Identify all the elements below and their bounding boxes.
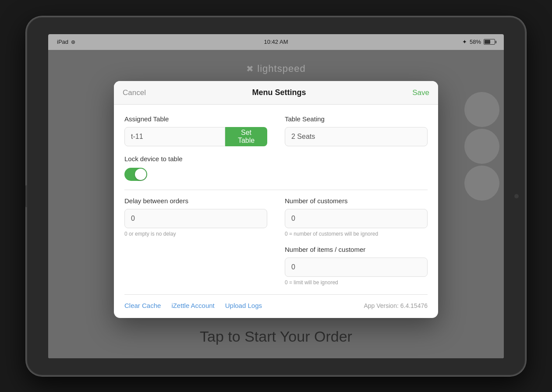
delay-orders-hint: 0 or empty is no delay <box>124 231 267 237</box>
modal-body: Assigned Table Set Table Table Seating 2… <box>114 105 438 286</box>
menu-settings-modal: Cancel Menu Settings Save Assigned Table <box>114 81 438 318</box>
lock-device-toggle-container <box>124 168 147 181</box>
modal-overlay: Cancel Menu Settings Save Assigned Table <box>48 50 504 358</box>
set-table-button[interactable]: Set Table <box>225 127 267 146</box>
app-background: ✖ lightspeed Tap to Start Your Order Can… <box>48 50 504 358</box>
delay-orders-col: Delay between orders 0 or empty is no de… <box>124 197 267 237</box>
items-per-customer-col: Number of items / customer 0 = limit wil… <box>285 246 428 286</box>
wifi-icon: ⊛ <box>71 39 75 45</box>
ipad-frame: iPad ⊛ 10:42 AM ✦ 58% ✖ lightspeed <box>26 17 526 376</box>
spacer-col <box>124 246 267 286</box>
status-left: iPad ⊛ <box>57 39 75 45</box>
table-seating-value: 2 Seats <box>285 127 428 146</box>
num-customers-label: Number of customers <box>285 197 428 205</box>
items-per-customer-label: Number of items / customer <box>285 246 428 253</box>
items-per-customer-input[interactable] <box>285 258 428 277</box>
battery-icon <box>484 39 495 45</box>
orders-customers-row: Delay between orders 0 or empty is no de… <box>124 197 428 237</box>
lock-device-section: Lock device to table <box>124 155 428 183</box>
battery-percent: 58% <box>470 39 481 45</box>
footer-links: Clear Cache iZettle Account Upload Logs … <box>124 302 428 309</box>
status-right: ✦ 58% <box>462 39 495 45</box>
items-per-customer-row: Number of items / customer 0 = limit wil… <box>124 246 428 286</box>
table-seating-col: Table Seating 2 Seats <box>285 115 428 146</box>
num-customers-hint: 0 = number of customers will be ignored <box>285 231 428 237</box>
num-customers-input[interactable] <box>285 209 428 228</box>
modal-title: Menu Settings <box>252 88 306 97</box>
cancel-button[interactable]: Cancel <box>123 88 146 97</box>
lock-device-toggle[interactable] <box>124 168 147 181</box>
footer-links-left: Clear Cache iZettle Account Upload Logs <box>124 302 262 309</box>
assigned-table-label: Assigned Table <box>124 115 267 123</box>
footer-divider <box>124 294 428 295</box>
delay-orders-label: Delay between orders <box>124 197 267 205</box>
num-customers-col: Number of customers 0 = number of custom… <box>285 197 428 237</box>
modal-footer: Clear Cache iZettle Account Upload Logs … <box>114 294 438 318</box>
lock-device-label: Lock device to table <box>124 155 428 162</box>
table-seating-label: Table Seating <box>285 115 428 123</box>
izettle-account-link[interactable]: iZettle Account <box>171 302 214 309</box>
upload-logs-link[interactable]: Upload Logs <box>225 302 262 309</box>
clear-cache-link[interactable]: Clear Cache <box>124 302 161 309</box>
assigned-table-col: Assigned Table Set Table <box>124 115 267 146</box>
assigned-table-input[interactable] <box>124 127 225 146</box>
assigned-table-input-group: Set Table <box>124 127 267 146</box>
section-divider-1 <box>124 190 428 190</box>
status-time: 10:42 AM <box>264 39 288 45</box>
bluetooth-icon: ✦ <box>462 39 467 45</box>
carrier-label: iPad <box>57 39 68 45</box>
app-version-label: App Version: 6.4.15476 <box>364 302 428 309</box>
home-button[interactable] <box>25 185 27 207</box>
toggle-knob <box>135 169 146 180</box>
delay-orders-input[interactable] <box>124 209 267 228</box>
save-button[interactable]: Save <box>412 88 429 97</box>
items-per-customer-hint: 0 = limit will be ignored <box>285 279 428 286</box>
table-row: Assigned Table Set Table Table Seating 2… <box>124 115 428 146</box>
ipad-screen: iPad ⊛ 10:42 AM ✦ 58% ✖ lightspeed <box>48 34 504 358</box>
camera <box>514 194 519 198</box>
status-bar: iPad ⊛ 10:42 AM ✦ 58% <box>48 34 504 50</box>
modal-header: Cancel Menu Settings Save <box>114 81 438 105</box>
